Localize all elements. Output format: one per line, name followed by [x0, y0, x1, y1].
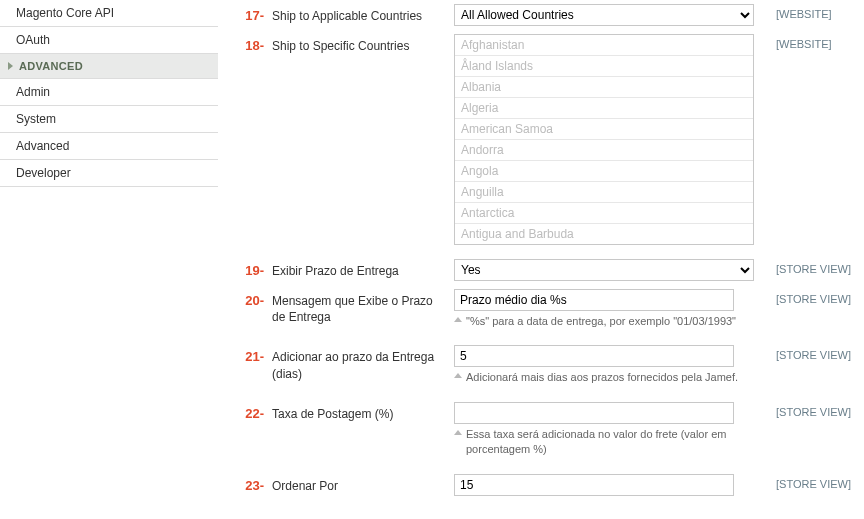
sidebar-item[interactable]: System	[0, 106, 218, 133]
row-mensagem-prazo: 20- Mensagem que Exibe o Prazo de Entreg…	[218, 285, 864, 341]
sidebar-item[interactable]: Developer	[0, 160, 218, 187]
row-ship-applicable: 17- Ship to Applicable Countries All All…	[218, 0, 864, 30]
field-label: Ship to Specific Countries	[264, 34, 454, 54]
taxa-postagem-input[interactable]	[454, 402, 734, 424]
scope-label: [STORE VIEW]	[754, 402, 864, 418]
marker: 23-	[218, 474, 264, 493]
scope-label: [STORE VIEW]	[754, 474, 864, 490]
row-taxa-postagem: 22- Taxa de Postagem (%) Essa taxa será …	[218, 398, 864, 470]
country-option[interactable]: Antigua and Barbuda	[455, 224, 753, 244]
scope-label: [WEBSITE]	[754, 34, 864, 50]
triangle-up-icon	[454, 430, 462, 435]
field-label: Taxa de Postagem (%)	[264, 402, 454, 422]
triangle-up-icon	[454, 373, 462, 378]
sidebar-section-label: ADVANCED	[19, 60, 83, 72]
row-exibir-prazo: 19- Exibir Prazo de Entrega Yes [STORE V…	[218, 255, 864, 285]
scope-label: [STORE VIEW]	[754, 289, 864, 305]
row-ship-specific: 18- Ship to Specific Countries Afghanist…	[218, 30, 864, 249]
country-option[interactable]: American Samoa	[455, 119, 753, 140]
field-label: Ship to Applicable Countries	[264, 4, 454, 24]
field-label: Exibir Prazo de Entrega	[264, 259, 454, 279]
adicionar-dias-input[interactable]	[454, 345, 734, 367]
country-option[interactable]: Antarctica	[455, 203, 753, 224]
marker: 18-	[218, 34, 264, 53]
field-note: Adicionará mais dias aos prazos fornecid…	[454, 370, 744, 385]
sidebar-item[interactable]: Magento Core API	[0, 0, 218, 27]
sidebar-item[interactable]: OAuth	[0, 27, 218, 54]
marker: 19-	[218, 259, 264, 278]
row-ordenar-por: 23- Ordenar Por [STORE VIEW]	[218, 470, 864, 500]
country-option[interactable]: Algeria	[455, 98, 753, 119]
country-option[interactable]: Åland Islands	[455, 56, 753, 77]
scope-label: [WEBSITE]	[754, 4, 864, 20]
ordenar-por-input[interactable]	[454, 474, 734, 496]
scope-label: [STORE VIEW]	[754, 345, 864, 361]
field-label: Mensagem que Exibe o Prazo de Entrega	[264, 289, 454, 325]
marker: 22-	[218, 402, 264, 421]
mensagem-prazo-input[interactable]	[454, 289, 734, 311]
country-option[interactable]: Afghanistan	[455, 35, 753, 56]
triangle-up-icon	[454, 317, 462, 322]
country-option[interactable]: Albania	[455, 77, 753, 98]
field-label: Adicionar ao prazo da Entrega (dias)	[264, 345, 454, 381]
country-option[interactable]: Anguilla	[455, 182, 753, 203]
sidebar-section-advanced[interactable]: ADVANCED	[0, 54, 218, 79]
chevron-right-icon	[8, 62, 13, 70]
field-note: "%s" para a data de entrega, por exemplo…	[454, 314, 744, 329]
exibir-prazo-select[interactable]: Yes	[454, 259, 754, 281]
ship-specific-multiselect[interactable]: AfghanistanÅland IslandsAlbaniaAlgeriaAm…	[454, 34, 754, 245]
field-note: Essa taxa será adicionada no valor do fr…	[454, 427, 744, 458]
ship-applicable-select[interactable]: All Allowed Countries	[454, 4, 754, 26]
country-option[interactable]: Angola	[455, 161, 753, 182]
marker: 21-	[218, 345, 264, 364]
config-form: 17- Ship to Applicable Countries All All…	[218, 0, 864, 519]
marker: 17-	[218, 4, 264, 23]
country-option[interactable]: Andorra	[455, 140, 753, 161]
sidebar-item[interactable]: Admin	[0, 79, 218, 106]
scope-label: [STORE VIEW]	[754, 259, 864, 275]
row-adicionar-dias: 21- Adicionar ao prazo da Entrega (dias)…	[218, 341, 864, 397]
sidebar-item[interactable]: Advanced	[0, 133, 218, 160]
sidebar: Magento Core APIOAuth ADVANCED AdminSyst…	[0, 0, 218, 519]
marker: 20-	[218, 289, 264, 308]
field-label: Ordenar Por	[264, 474, 454, 494]
